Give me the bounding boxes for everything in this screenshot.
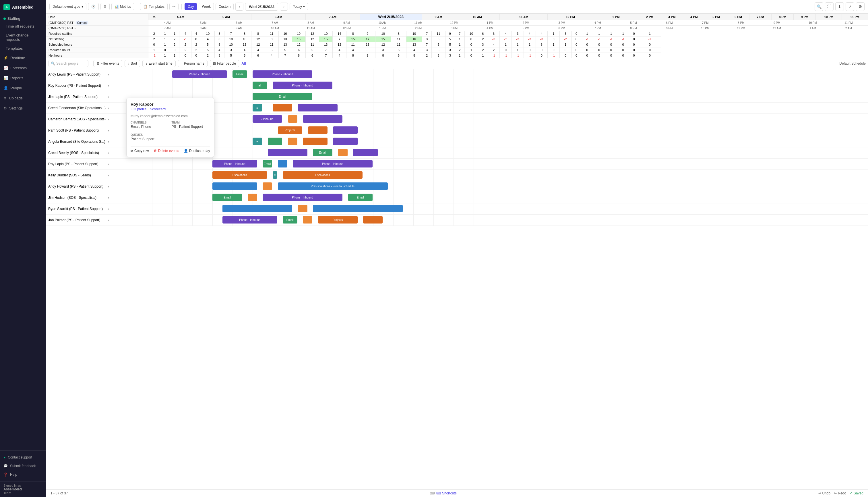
schedule-timeline-1[interactable]: allPhone - Inbound xyxy=(112,80,868,91)
share-btn[interactable]: ↗ xyxy=(845,2,854,11)
expand-icon[interactable]: ▾ xyxy=(108,140,109,143)
schedule-timeline-3[interactable]: ≡ xyxy=(112,102,868,113)
time-block-13-1[interactable]: Email xyxy=(283,216,297,224)
time-block-13-2[interactable] xyxy=(303,216,312,224)
schedule-timeline-0[interactable]: Phone - InboundEmailPhone - Inbound xyxy=(112,69,868,80)
expand-icon[interactable]: ▾ xyxy=(108,129,109,132)
search-input[interactable]: 🔍 Search people xyxy=(48,60,88,67)
time-block-2-0[interactable]: Email xyxy=(253,93,312,100)
time-block-5-0[interactable]: Projects xyxy=(278,126,303,134)
time-block-6-2[interactable] xyxy=(288,138,297,145)
today-btn[interactable]: Today ▾ xyxy=(290,3,308,10)
time-block-9-1[interactable]: ≡ xyxy=(273,171,277,179)
grid-view-btn[interactable]: ⊞ xyxy=(101,3,109,10)
time-block-6-0[interactable]: ≡ xyxy=(253,138,262,145)
duplicate-day-btn[interactable]: 👤 Duplicate day xyxy=(184,149,210,153)
submit-feedback-btn[interactable]: 💬 Submit feedback xyxy=(0,462,46,470)
person-cell-10[interactable]: Andy Howard (PS - Patient Support)▾ xyxy=(46,181,112,192)
time-block-5-1[interactable] xyxy=(308,126,327,134)
tz-chevron[interactable]: ▾ xyxy=(74,27,76,30)
time-block-10-2[interactable]: PS Escalations - Free to Schedule xyxy=(278,182,388,190)
metrics-btn[interactable]: 📊 Metrics xyxy=(112,3,134,10)
expand-icon[interactable]: ▾ xyxy=(108,95,109,99)
time-block-12-2[interactable] xyxy=(313,205,403,212)
time-block-3-1[interactable] xyxy=(273,104,292,112)
sidebar-item-settings[interactable]: ⚙ Settings xyxy=(0,103,46,113)
time-block-10-0[interactable] xyxy=(212,182,257,190)
expand-icon[interactable]: ▾ xyxy=(108,73,109,76)
time-block-3-2[interactable] xyxy=(298,104,338,112)
contact-support-btn[interactable]: ● Contact support xyxy=(0,453,46,462)
expand-icon[interactable]: ▾ xyxy=(108,106,109,110)
time-block-6-1[interactable] xyxy=(268,138,282,145)
event-start-btn[interactable]: ↓ Event start time xyxy=(142,60,175,67)
time-block-1-1[interactable]: Phone - Inbound xyxy=(273,82,333,89)
sidebar-item-uploads[interactable]: ⬆ Uploads xyxy=(0,93,46,103)
custom-view-btn[interactable]: Custom xyxy=(216,3,234,10)
full-profile-link[interactable]: Full profile xyxy=(131,107,146,111)
time-block-8-0[interactable]: Phone - Inbound xyxy=(212,160,257,168)
person-name-btn[interactable]: ↓ Person name xyxy=(178,60,207,67)
person-cell-4[interactable]: Cameron Bernard (SOS - Specialists)▾ xyxy=(46,114,112,125)
time-block-7-3[interactable] xyxy=(353,149,378,156)
sidebar-item-realtime[interactable]: ⚡ Realtime xyxy=(0,53,46,63)
time-block-1-0[interactable]: all xyxy=(253,82,267,89)
schedule-timeline-11[interactable]: EmailPhone - InboundEmail xyxy=(112,192,868,203)
templates-btn[interactable]: 📋 Templates xyxy=(140,3,167,10)
expand-icon[interactable]: ▾ xyxy=(108,118,109,121)
person-cell-0[interactable]: Andy Lewis (PS - Patient Support)▾ xyxy=(46,69,112,80)
all-btn[interactable]: All xyxy=(241,61,246,66)
download-btn[interactable]: ⬇ xyxy=(835,2,844,11)
expand-icon[interactable]: ▾ xyxy=(108,84,109,87)
expand-icon[interactable]: ▾ xyxy=(108,185,109,188)
copy-row-btn[interactable]: ⧉ Copy row xyxy=(131,149,149,153)
time-block-8-1[interactable]: Email xyxy=(263,160,272,168)
time-block-4-0[interactable]: - Inbound xyxy=(253,115,282,123)
event-type-dropdown[interactable]: Default event type ▾ xyxy=(49,3,86,10)
time-block-4-1[interactable] xyxy=(288,115,297,123)
filter-events-btn[interactable]: ⊟ Filter events xyxy=(93,60,122,67)
sidebar-item-time-off[interactable]: Time off requests xyxy=(0,22,46,31)
schedule-timeline-5[interactable]: Projects xyxy=(112,125,868,136)
week-view-btn[interactable]: Week xyxy=(198,3,214,10)
grid-area[interactable]: Date m 4 AM 5 AM 6 AM 7 AM Wed 2/15/2023… xyxy=(46,14,868,489)
person-cell-6[interactable]: Angela Bernard (Site Operations S...)▾ xyxy=(46,136,112,147)
time-block-6-4[interactable] xyxy=(333,138,358,145)
expand-icon[interactable]: ▾ xyxy=(108,196,109,199)
redo-btn[interactable]: ↪ Redo xyxy=(834,491,846,495)
help-btn[interactable]: ❓ Help xyxy=(0,470,46,479)
time-block-13-4[interactable] xyxy=(363,216,383,224)
sidebar-item-templates[interactable]: Templates xyxy=(0,44,46,53)
time-block-7-2[interactable] xyxy=(338,149,348,156)
schedule-timeline-7[interactable]: Email xyxy=(112,147,868,158)
time-block-0-1[interactable]: Email xyxy=(233,70,247,78)
time-block-4-2[interactable] xyxy=(303,115,342,123)
time-block-0-2[interactable]: Phone - Inbound xyxy=(253,70,312,78)
time-block-10-1[interactable] xyxy=(263,182,272,190)
time-block-7-0[interactable] xyxy=(268,149,307,156)
schedule-timeline-12[interactable] xyxy=(112,203,868,214)
schedule-timeline-4[interactable]: - Inbound xyxy=(112,114,868,125)
person-cell-1[interactable]: Roy Kapoor (PS - Patient Support)▾ xyxy=(46,80,112,91)
expand-icon[interactable]: ▾ xyxy=(108,208,109,211)
time-block-8-2[interactable] xyxy=(278,160,287,168)
fullscreen-btn[interactable]: ⛶ xyxy=(825,2,834,11)
sidebar-item-people[interactable]: 👤 People xyxy=(0,83,46,93)
time-block-11-1[interactable] xyxy=(248,194,257,201)
person-cell-8[interactable]: Roy Lapin (PS - Patient Support)▾ xyxy=(46,159,112,170)
time-block-11-0[interactable]: Email xyxy=(212,194,242,201)
person-cell-12[interactable]: Ryan Skarritt (PS - Patient Support)▾ xyxy=(46,203,112,214)
schedule-timeline-9[interactable]: Escalations≡Escalations xyxy=(112,170,868,181)
undo-btn[interactable]: ↩ Undo xyxy=(818,491,831,495)
expand-icon[interactable]: ▾ xyxy=(108,174,109,177)
time-block-9-2[interactable]: Escalations xyxy=(283,171,363,179)
time-block-8-3[interactable]: Phone - Inbound xyxy=(293,160,372,168)
filter-people-btn[interactable]: ⊟ Filter people xyxy=(210,60,239,67)
day-view-btn[interactable]: Day xyxy=(185,3,197,10)
expand-icon[interactable]: ▾ xyxy=(108,162,109,166)
person-cell-2[interactable]: Jim Lapin (PS - Patient Support)▾ xyxy=(46,91,112,102)
person-cell-5[interactable]: Pam Scott (PS - Patient Support)▾ xyxy=(46,125,112,136)
prev-btn[interactable]: ‹ xyxy=(235,3,244,11)
timeline-view-btn[interactable]: 🕐 xyxy=(88,3,99,10)
expand-icon[interactable]: ▾ xyxy=(108,218,109,222)
